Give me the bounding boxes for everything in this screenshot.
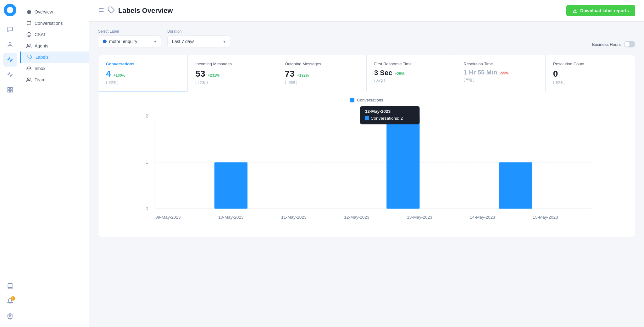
svg-text:0: 0: [146, 206, 148, 211]
stat-title-resolution-count: Resolution Count: [553, 62, 627, 66]
sidebar-item-csat[interactable]: CSAT: [20, 29, 89, 40]
stat-value-resolution-count: 0: [553, 69, 558, 79]
svg-rect-3: [10, 88, 12, 90]
stat-sub-resolution-count: ( Total ): [553, 80, 627, 84]
label-color-dot: [103, 40, 107, 43]
notifications-nav-icon[interactable]: 1: [3, 294, 17, 308]
sidebar-item-team-label: Team: [35, 77, 45, 82]
svg-point-1: [9, 42, 11, 45]
app-logo: [4, 4, 16, 16]
bar-14may[interactable]: [499, 162, 532, 209]
top-header: Labels Overview Download label reports: [89, 0, 644, 22]
bar-chart: 2 1 0: [107, 106, 627, 232]
svg-rect-7: [27, 10, 29, 12]
svg-rect-5: [8, 90, 9, 92]
stat-sub-first-response: ( Avg ): [374, 78, 448, 83]
svg-point-16: [27, 78, 29, 79]
stat-sub-conversations: ( Total ): [106, 80, 180, 84]
contacts-nav-icon[interactable]: [3, 38, 17, 52]
settings-nav-icon[interactable]: [3, 309, 17, 323]
sidebar-item-conversations[interactable]: Conversations: [20, 18, 89, 29]
sidebar-item-team[interactable]: Team: [20, 74, 89, 85]
page-content: Select Label motor_enquiry ▾ Duration La…: [89, 22, 644, 245]
stat-sub-resolution-time: ( Avg ): [464, 77, 537, 82]
sidebar-item-csat-label: CSAT: [35, 32, 46, 37]
sidebar-item-overview[interactable]: Overview: [20, 6, 89, 18]
duration-filter-label: Duration: [167, 29, 230, 34]
stat-value-row-incoming: 53 +231%: [195, 69, 269, 79]
business-hours-toggle[interactable]: [624, 41, 635, 47]
stat-change-conversations: +100%: [114, 73, 125, 78]
sidebar-item-labels[interactable]: Labels: [20, 52, 89, 63]
stat-value-row-resolution-time: 1 Hr 55 Min -55%: [464, 69, 537, 76]
chart-legend: Conversations: [103, 98, 630, 102]
label-filter-group: Select Label motor_enquiry ▾: [98, 29, 161, 47]
sidebar-item-inbox[interactable]: Inbox: [20, 63, 89, 74]
svg-rect-4: [10, 90, 12, 92]
svg-point-6: [9, 316, 11, 317]
stat-change-outgoing: +192%: [297, 73, 309, 78]
duration-filter-group: Duration Last 7 days ▾: [167, 29, 230, 47]
stat-title-incoming: Incoming Messages: [195, 62, 269, 66]
sidebar-item-agents-label: Agents: [35, 43, 48, 48]
sidebar-item-conversations-label: Conversations: [35, 21, 63, 26]
svg-rect-38: [365, 116, 369, 120]
sidebar-item-agents[interactable]: Agents: [20, 40, 89, 52]
sidebar-item-labels-label: Labels: [36, 55, 48, 60]
svg-rect-2: [8, 88, 9, 90]
bar-12may[interactable]: [386, 116, 419, 209]
label-select-value: motor_enquiry: [103, 39, 137, 44]
notification-count-badge: 1: [11, 296, 15, 301]
svg-text:14-May-2023: 14-May-2023: [470, 215, 495, 220]
svg-text:12-May-2023: 12-May-2023: [365, 109, 391, 114]
stat-title-outgoing: Outgoing Messages: [285, 62, 359, 66]
stat-value-row-conversations: 4 +100%: [106, 69, 180, 79]
stat-sub-outgoing: ( Total ): [285, 80, 359, 84]
svg-text:15-May-2023: 15-May-2023: [533, 215, 558, 220]
label-select-dropdown[interactable]: motor_enquiry ▾: [98, 35, 161, 47]
duration-select-dropdown[interactable]: Last 7 days ▾: [167, 35, 230, 47]
stat-change-resolution-time: -55%: [500, 71, 508, 75]
bar-10may[interactable]: [214, 162, 247, 209]
page-title: Labels Overview: [118, 7, 173, 15]
stat-title-first-response: First Response Time: [374, 62, 448, 66]
duration-select-text: Last 7 days: [172, 39, 195, 44]
stat-value-first-response: 3 Sec: [374, 69, 392, 77]
stat-sub-incoming: ( Total ): [195, 80, 269, 84]
toggle-knob: [625, 42, 630, 47]
duration-select-chevron-icon: ▾: [223, 39, 225, 44]
stat-value-row-first-response: 3 Sec +25%: [374, 69, 448, 77]
stats-row: Conversations 4 +100% ( Total ) Incoming…: [98, 55, 635, 91]
svg-text:1: 1: [146, 160, 148, 165]
svg-text:13-May-2023: 13-May-2023: [407, 215, 432, 220]
stat-card-conversations[interactable]: Conversations 4 +100% ( Total ): [98, 55, 188, 91]
menu-icon[interactable]: [98, 7, 104, 14]
chat-nav-icon[interactable]: [3, 23, 17, 36]
download-reports-button[interactable]: Download label reports: [566, 5, 635, 16]
reports-nav-icon[interactable]: [3, 53, 17, 67]
label-page-icon: [108, 6, 115, 15]
svg-text:10-May-2023: 10-May-2023: [218, 215, 244, 220]
stat-card-outgoing[interactable]: Outgoing Messages 73 +192% ( Total ): [277, 55, 367, 91]
sidebar-item-overview-label: Overview: [35, 9, 53, 14]
stat-card-resolution-count[interactable]: Resolution Count 0 ( Total ): [546, 55, 635, 91]
svg-rect-10: [27, 12, 29, 14]
icon-bar: 1: [0, 0, 20, 327]
filters-row: Select Label motor_enquiry ▾ Duration La…: [98, 29, 635, 47]
stat-value-incoming: 53: [195, 69, 205, 79]
chart-container: 2 1 0: [103, 106, 630, 232]
stat-card-resolution-time[interactable]: Resolution Time 1 Hr 55 Min -55% ( Avg ): [456, 55, 545, 91]
stat-card-incoming[interactable]: Incoming Messages 53 +231% ( Total ): [188, 55, 277, 91]
svg-text:2: 2: [146, 113, 148, 118]
stat-card-first-response[interactable]: First Response Time 3 Sec +25% ( Avg ): [367, 55, 456, 91]
svg-point-11: [27, 32, 31, 36]
campaigns-nav-icon[interactable]: [3, 68, 17, 82]
stat-title-resolution-time: Resolution Time: [464, 62, 537, 66]
svg-point-14: [27, 44, 29, 46]
legend-color-dot: [350, 98, 354, 102]
svg-text:09-May-2023: 09-May-2023: [155, 215, 181, 220]
svg-rect-9: [29, 12, 31, 14]
label-select-text: motor_enquiry: [109, 39, 137, 44]
library-nav-icon[interactable]: [3, 279, 17, 293]
integrations-nav-icon[interactable]: [3, 83, 17, 97]
